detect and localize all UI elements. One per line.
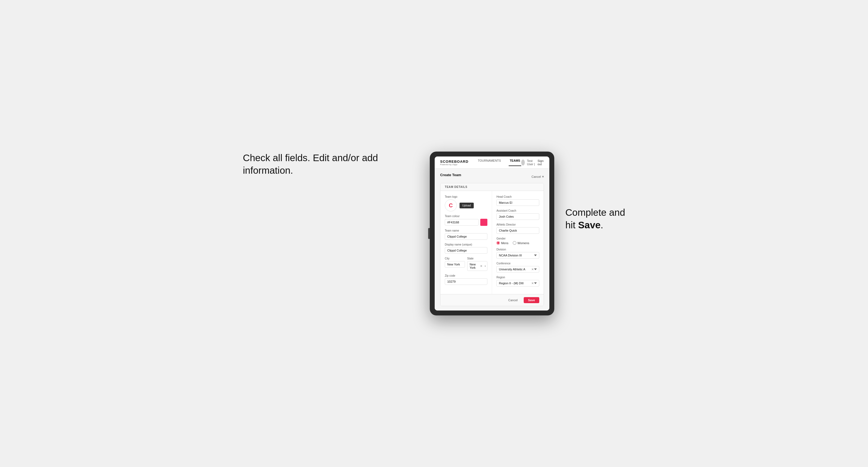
user-avatar <box>521 159 525 165</box>
team-name-field: Team name <box>445 229 487 240</box>
gender-label: Gender <box>496 237 539 240</box>
conference-field: Conference University Athletic Associati… <box>496 262 539 273</box>
top-cancel-button[interactable]: Cancel <box>532 175 541 178</box>
form-right: Head Coach Assistant Coach Athletic Dire… <box>492 191 544 294</box>
state-field: State New York ✕ ▾ <box>467 257 487 271</box>
nav-tournaments[interactable]: TOURNAMENTS <box>477 159 502 166</box>
city-input[interactable] <box>445 261 465 268</box>
display-name-input[interactable] <box>445 247 487 254</box>
zip-label: Zip code <box>445 274 487 277</box>
zip-input[interactable] <box>445 278 487 285</box>
right-instruction: Complete and hit Save. <box>565 152 625 231</box>
brand-subtitle: Powered by clippi <box>440 164 469 165</box>
conference-clear-button[interactable]: ✕ <box>531 268 534 271</box>
team-name-input[interactable] <box>445 233 487 240</box>
brand-logo: SCOREBOARD Powered by clippi <box>440 159 469 165</box>
cancel-bar: Cancel × <box>532 175 544 179</box>
state-value: New York <box>470 263 479 269</box>
region-label: Region <box>496 276 539 279</box>
division-select[interactable]: NCAA Division III <box>496 252 539 259</box>
head-coach-field: Head Coach <box>496 195 539 206</box>
logo-area: C Upload <box>445 199 487 211</box>
conference-select-wrap: University Athletic Association ✕ <box>496 266 539 273</box>
city-field: City <box>445 257 465 271</box>
athletic-director-label: Athletic Director <box>496 223 539 226</box>
state-display: New York <box>467 261 487 271</box>
display-name-label: Display name (unique) <box>445 243 487 246</box>
gender-womens-label[interactable]: Womens <box>513 241 529 245</box>
navbar: SCOREBOARD Powered by clippi TOURNAMENTS… <box>435 156 549 168</box>
athletic-director-field: Athletic Director <box>496 223 539 234</box>
tablet-screen: SCOREBOARD Powered by clippi TOURNAMENTS… <box>435 156 549 311</box>
gender-row: Mens Womens <box>496 241 539 245</box>
team-colour-field: Team colour <box>445 215 487 226</box>
logo-circle: C <box>445 199 457 211</box>
footer-cancel-button[interactable]: Cancel <box>505 297 521 303</box>
state-clear-button[interactable]: ✕ <box>480 264 483 268</box>
nav-right: Test User | Sign out <box>521 159 544 166</box>
region-select-wrap: Region II - (M) DIII ✕ <box>496 280 539 286</box>
state-label: State <box>467 257 487 260</box>
form-left: Team logo C Upload Team colour <box>440 191 492 294</box>
gender-womens-radio[interactable] <box>513 241 516 245</box>
head-coach-label: Head Coach <box>496 195 539 198</box>
city-label: City <box>445 257 465 260</box>
gender-womens-text: Womens <box>518 242 529 245</box>
team-name-label: Team name <box>445 229 487 232</box>
form-footer: Cancel Save <box>440 294 544 306</box>
zip-field: Zip code <box>445 274 487 285</box>
city-state-row: City State New York ✕ <box>445 257 487 271</box>
section-header: TEAM DETAILS <box>440 183 544 191</box>
brand-title: SCOREBOARD <box>440 159 469 164</box>
division-field: Division NCAA Division III <box>496 248 539 259</box>
division-label: Division <box>496 248 539 251</box>
instruction-text-left: Check all fields. Edit and/or add inform… <box>243 152 419 177</box>
instruction-text-right: Complete and hit Save. <box>565 206 625 231</box>
assistant-coach-input[interactable] <box>496 213 539 220</box>
nav-teams[interactable]: TEAMS <box>509 159 522 166</box>
state-select-wrap: New York ✕ ▾ <box>467 261 487 271</box>
left-instruction: Check all fields. Edit and/or add inform… <box>243 152 419 177</box>
tablet-side-button <box>428 228 430 239</box>
tablet-device: SCOREBOARD Powered by clippi TOURNAMENTS… <box>430 152 554 315</box>
main-content: Create Team Cancel × TEAM DETAILS <box>435 168 549 311</box>
page-header-row: Create Team Cancel × <box>440 173 544 180</box>
conference-label: Conference <box>496 262 539 265</box>
team-colour-label: Team colour <box>445 215 487 218</box>
region-clear-button[interactable]: ✕ <box>531 282 534 285</box>
head-coach-input[interactable] <box>496 199 539 206</box>
footer-save-button[interactable]: Save <box>524 297 539 303</box>
athletic-director-input[interactable] <box>496 227 539 234</box>
page-title: Create Team <box>440 173 461 177</box>
upload-button[interactable]: Upload <box>460 203 474 208</box>
cancel-x-icon[interactable]: × <box>542 175 544 179</box>
team-colour-input[interactable] <box>445 219 478 225</box>
assistant-coach-label: Assistant Coach <box>496 209 539 212</box>
color-swatch <box>480 219 487 226</box>
sign-out-link[interactable]: Sign out <box>538 159 544 166</box>
nav-links: TOURNAMENTS TEAMS <box>477 159 521 166</box>
color-field-wrap <box>445 219 487 226</box>
form-body: Team logo C Upload Team colour <box>440 191 544 294</box>
team-logo-field: Team logo C Upload <box>445 195 487 211</box>
gender-mens-label[interactable]: Mens <box>496 241 508 245</box>
team-logo-label: Team logo <box>445 195 487 198</box>
gender-mens-text: Mens <box>501 242 508 245</box>
display-name-field: Display name (unique) <box>445 243 487 254</box>
assistant-coach-field: Assistant Coach <box>496 209 539 220</box>
region-field: Region Region II - (M) DIII ✕ <box>496 276 539 286</box>
gender-mens-radio[interactable] <box>496 241 500 245</box>
form-card: TEAM DETAILS Team logo C Upload <box>440 183 544 306</box>
user-label: Test User | <box>527 159 535 166</box>
gender-field: Gender Mens Womens <box>496 237 539 245</box>
